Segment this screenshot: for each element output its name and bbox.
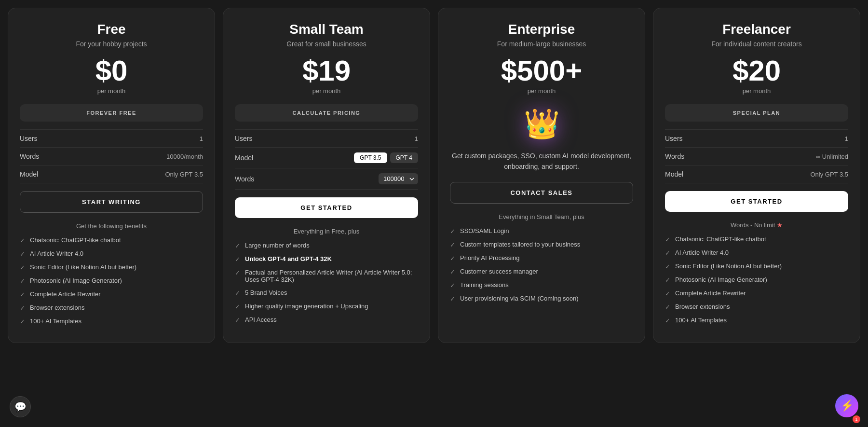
benefit-item: ✓Sonic Editor (Like Notion AI but better… bbox=[665, 262, 848, 270]
benefits-title-small-team: Everything in Free, plus bbox=[235, 228, 418, 235]
plan-tagline-free: For your hobby projects bbox=[20, 40, 203, 48]
users-value-small-team: 1 bbox=[415, 135, 418, 142]
plan-tagline-enterprise: For medium-large businesses bbox=[450, 40, 633, 48]
check-icon: ✓ bbox=[235, 269, 240, 276]
plan-tagline-small-team: Great for small businesses bbox=[235, 40, 418, 48]
cta-button-enterprise[interactable]: CONTACT SALES bbox=[450, 182, 633, 204]
check-icon: ✓ bbox=[665, 290, 670, 297]
plan-badge-freelancer: SPECIAL PLAN bbox=[665, 104, 848, 122]
words-label-freelancer: Words bbox=[665, 152, 684, 160]
benefit-item: ✓Higher quality image generation + Upsca… bbox=[235, 303, 418, 310]
detail-row-model-freelancer: Model Only GPT 3.5 bbox=[665, 165, 848, 183]
benefit-item: ✓SSO/SAML Login bbox=[450, 227, 633, 235]
cta-button-freelancer[interactable]: GET STARTED bbox=[665, 191, 848, 212]
check-icon: ✓ bbox=[235, 242, 240, 249]
users-label-small-team: Users bbox=[235, 135, 253, 142]
check-icon: ✓ bbox=[450, 282, 455, 289]
words-select-small-team[interactable]: 10000 50000 100000 250000 500000 bbox=[379, 173, 418, 184]
plan-details-freelancer: Users 1 Words ∞ Unlimited Model Only GPT… bbox=[665, 129, 848, 183]
plan-badge-small-team: CALCULATE PRICING bbox=[235, 104, 418, 122]
detail-row-users-freelancer: Users 1 bbox=[665, 129, 848, 148]
detail-row-model-small-team: Model GPT 3.5 GPT 4 bbox=[235, 148, 418, 168]
users-value-free: 1 bbox=[200, 135, 203, 142]
plan-name-small-team: Small Team bbox=[235, 22, 418, 37]
check-icon: ✓ bbox=[20, 250, 25, 258]
benefit-item: ✓Custom templates tailored to your busin… bbox=[450, 241, 633, 248]
check-icon: ✓ bbox=[665, 303, 670, 311]
benefit-item: ✓Factual and Personalized Article Writer… bbox=[235, 269, 418, 283]
benefit-item: ✓User provisioning via SCIM (Coming soon… bbox=[450, 295, 633, 303]
crown-container: 👑 bbox=[450, 104, 633, 143]
benefit-item: ✓Photosonic (AI Image Generator) bbox=[665, 276, 848, 284]
words-label-small-team: Words bbox=[235, 175, 254, 183]
benefit-item: ✓100+ AI Templates bbox=[665, 317, 848, 324]
plan-details-small-team: Users 1 Model GPT 3.5 GPT 4 Words 10000 … bbox=[235, 129, 418, 190]
plan-badge-free: FOREVER FREE bbox=[20, 104, 203, 122]
model-btn-gpt4[interactable]: GPT 4 bbox=[390, 152, 418, 163]
benefits-title-free: Get the following benefits bbox=[20, 222, 203, 230]
check-icon: ✓ bbox=[235, 289, 240, 297]
check-icon: ✓ bbox=[665, 236, 670, 243]
plan-period-free: per month bbox=[20, 87, 203, 95]
plan-price-free: $0 bbox=[20, 56, 203, 85]
benefit-item: ✓100+ AI Templates bbox=[20, 317, 203, 325]
plan-card-small-team: Small Team Great for small businesses $1… bbox=[223, 8, 430, 343]
benefit-item: ✓Chatsonic: ChatGPT-like chatbot bbox=[665, 235, 848, 243]
benefits-list-enterprise: ✓SSO/SAML Login ✓Custom templates tailor… bbox=[450, 227, 633, 308]
benefits-list-small-team: ✓Large number of words ✓Unlock GPT-4 and… bbox=[235, 242, 418, 330]
support-fab-button[interactable]: ⚡ bbox=[835, 394, 858, 417]
plan-tagline-freelancer: For individual content creators bbox=[665, 40, 848, 48]
model-value-free: Only GPT 3.5 bbox=[165, 171, 203, 178]
plan-card-free: Free For your hobby projects $0 per mont… bbox=[8, 8, 215, 343]
plan-period-small-team: per month bbox=[235, 87, 418, 95]
detail-row-words-small-team: Words 10000 50000 100000 250000 500000 bbox=[235, 168, 418, 190]
benefit-item: ✓Complete Article Rewriter bbox=[20, 290, 203, 298]
benefit-item: ✓5 Brand Voices bbox=[235, 289, 418, 297]
cta-button-small-team[interactable]: GET STARTED bbox=[235, 197, 418, 218]
plan-period-enterprise: per month bbox=[450, 87, 633, 95]
lightning-icon: ⚡ bbox=[841, 399, 854, 412]
benefit-item: ✓Large number of words bbox=[235, 242, 418, 249]
plan-period-freelancer: per month bbox=[665, 87, 848, 95]
benefits-list-freelancer: ✓Chatsonic: ChatGPT-like chatbot ✓AI Art… bbox=[665, 235, 848, 330]
check-icon: ✓ bbox=[20, 264, 25, 271]
star-icon: ★ bbox=[777, 221, 783, 229]
enterprise-description: Get custom packages, SSO, custom AI mode… bbox=[450, 151, 633, 172]
check-icon: ✓ bbox=[450, 241, 455, 248]
benefit-item: ✓Browser extensions bbox=[20, 304, 203, 312]
check-icon: ✓ bbox=[235, 256, 240, 263]
detail-row-words-free: Words 10000/month bbox=[20, 148, 203, 165]
fab-badge: 1 bbox=[853, 415, 860, 423]
crown-icon: 👑 bbox=[524, 107, 560, 141]
users-value-freelancer: 1 bbox=[845, 135, 848, 142]
detail-row-users-small-team: Users 1 bbox=[235, 129, 418, 148]
plan-card-freelancer: Freelancer For individual content creato… bbox=[653, 8, 860, 343]
cta-button-free[interactable]: START WRITING bbox=[20, 191, 203, 213]
check-icon: ✓ bbox=[235, 303, 240, 310]
benefit-item: ✓AI Article Writer 4.0 bbox=[665, 249, 848, 257]
check-icon: ✓ bbox=[450, 228, 455, 235]
model-toggle: GPT 3.5 GPT 4 bbox=[354, 152, 418, 163]
plan-name-freelancer: Freelancer bbox=[665, 22, 848, 37]
detail-row-model-free: Model Only GPT 3.5 bbox=[20, 165, 203, 183]
detail-row-words-freelancer: Words ∞ Unlimited bbox=[665, 148, 848, 165]
check-icon: ✓ bbox=[665, 276, 670, 284]
check-icon: ✓ bbox=[20, 277, 25, 285]
detail-row-users-free: Users 1 bbox=[20, 129, 203, 148]
check-icon: ✓ bbox=[20, 304, 25, 312]
benefit-item: ✓AI Article Writer 4.0 bbox=[20, 250, 203, 258]
benefit-item: ✓Photosonic (AI Image Generator) bbox=[20, 277, 203, 285]
check-icon: ✓ bbox=[235, 317, 240, 324]
words-value-freelancer: ∞ Unlimited bbox=[816, 153, 848, 160]
chat-bubble-button[interactable]: 💬 bbox=[10, 396, 31, 417]
check-icon: ✓ bbox=[20, 291, 25, 298]
model-label-free: Model bbox=[20, 170, 38, 178]
benefit-item: ✓Priority AI Processing bbox=[450, 254, 633, 262]
benefit-item: ✓Chatsonic: ChatGPT-like chatbot bbox=[20, 236, 203, 244]
words-value-free: 10000/month bbox=[166, 153, 203, 160]
model-label-freelancer: Model bbox=[665, 170, 683, 178]
benefit-item: ✓Complete Article Rewriter bbox=[665, 289, 848, 297]
model-btn-gpt35[interactable]: GPT 3.5 bbox=[354, 152, 387, 163]
benefit-item: ✓API Access bbox=[235, 316, 418, 324]
plan-card-enterprise: Enterprise For medium-large businesses $… bbox=[438, 8, 645, 343]
